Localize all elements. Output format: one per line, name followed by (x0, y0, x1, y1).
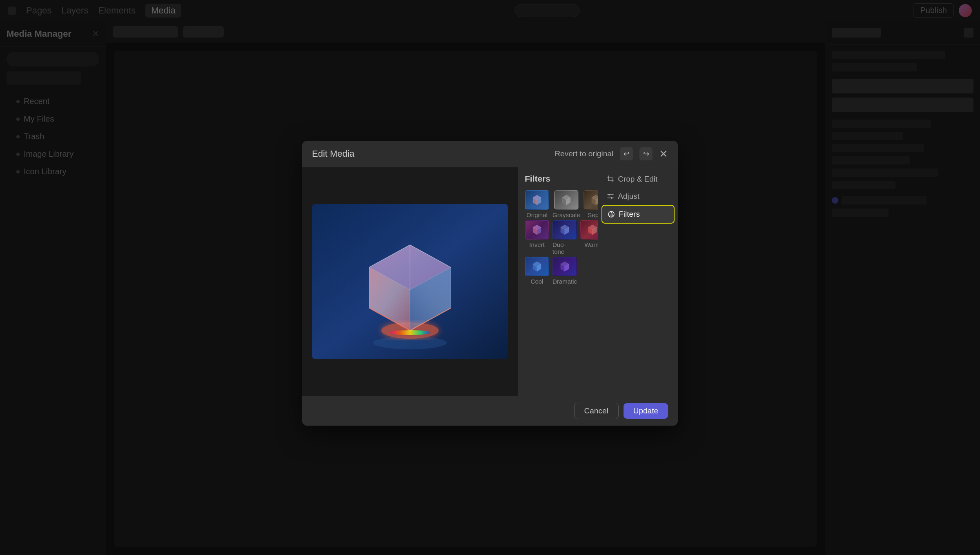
redo-icon: ↪ (643, 149, 649, 158)
filters-label: Filters (619, 210, 640, 219)
svg-point-49 (612, 214, 613, 215)
filter-thumb-duotone (552, 220, 577, 240)
filter-label-sepia: Sepia (588, 211, 598, 218)
thumb-cube-grayscale (555, 191, 578, 209)
svg-point-45 (611, 197, 612, 199)
update-button[interactable]: Update (624, 403, 668, 419)
filter-item-invert[interactable]: Invert (525, 220, 549, 255)
undo-icon: ↩ (624, 149, 630, 158)
filter-row-1: Original Grayscale (525, 190, 591, 218)
cancel-button[interactable]: Cancel (574, 403, 619, 419)
thumb-cube-dramatic (553, 258, 576, 275)
thumb-cube-original (526, 191, 548, 209)
filter-item-grayscale[interactable]: Grayscale (552, 190, 580, 218)
thumb-cube-duotone (553, 221, 576, 239)
svg-point-48 (610, 214, 611, 215)
filter-label-cool: Cool (531, 278, 543, 285)
tool-crop-edit[interactable]: Crop & Edit (601, 171, 675, 188)
tools-panel: Crop & Edit Adjust (598, 167, 678, 396)
filter-row-3: Cool (525, 257, 591, 285)
filter-thumb-dramatic (552, 257, 577, 276)
filters-icon (607, 210, 615, 218)
revert-to-original-btn[interactable]: Revert to original (555, 149, 613, 158)
filters-side-panel: Filters (518, 167, 598, 396)
modal-header: Edit Media Revert to original ↩ ↪ ✕ (302, 141, 678, 167)
filter-thumb-original (525, 190, 549, 210)
filter-label-grayscale: Grayscale (552, 211, 580, 218)
svg-point-12 (390, 330, 430, 335)
tool-filters[interactable]: Filters (601, 205, 675, 224)
filter-label-dramatic: Dramatic (552, 278, 577, 285)
crop-edit-label: Crop & Edit (618, 175, 657, 184)
crop-icon (606, 175, 615, 183)
filter-item-cool[interactable]: Cool (525, 257, 549, 285)
filter-thumb-sepia (584, 190, 598, 210)
thumb-cube-warm (581, 221, 598, 239)
filter-label-original: Original (526, 211, 548, 218)
filter-item-warm[interactable]: Warm (580, 220, 598, 255)
svg-point-47 (611, 212, 612, 213)
edit-media-modal: Edit Media Revert to original ↩ ↪ ✕ (302, 141, 678, 426)
crystal-cube-image (312, 204, 508, 359)
filter-item-dramatic[interactable]: Dramatic (552, 257, 577, 285)
filter-item-original[interactable]: Original (525, 190, 549, 218)
redo-button[interactable]: ↪ (639, 147, 653, 160)
filter-thumb-cool (525, 257, 549, 276)
modal-title: Edit Media (312, 149, 548, 159)
image-preview-area (302, 167, 518, 396)
filter-item-duotone[interactable]: Duo-tone (552, 220, 577, 255)
adjust-label: Adjust (618, 192, 639, 201)
image-preview (312, 204, 508, 359)
filter-thumb-invert (525, 220, 549, 240)
filter-thumb-warm (580, 220, 598, 240)
close-modal-button[interactable]: ✕ (659, 149, 668, 159)
modal-footer: Cancel Update (302, 396, 678, 426)
thumb-cube-invert (526, 221, 548, 239)
filter-item-sepia[interactable]: Sepia (584, 190, 598, 218)
filter-thumb-grayscale (554, 190, 579, 210)
tool-adjust[interactable]: Adjust (601, 188, 675, 205)
filter-label-duotone: Duo-tone (552, 241, 577, 255)
sliders-icon (606, 192, 615, 200)
undo-button[interactable]: ↩ (620, 147, 633, 160)
svg-point-43 (608, 194, 610, 195)
modal-body: Filters (302, 167, 678, 396)
thumb-cube-cool (526, 258, 548, 275)
filter-row-2: Invert (525, 220, 591, 255)
filter-label-invert: Invert (529, 241, 545, 248)
thumb-cube-sepia (584, 191, 598, 209)
filter-label-warm: Warm (584, 241, 598, 248)
filters-panel-title: Filters (525, 174, 591, 184)
